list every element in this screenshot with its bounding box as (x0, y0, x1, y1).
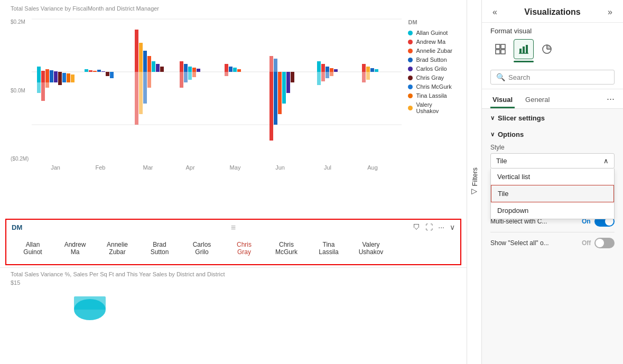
svg-rect-49 (269, 72, 273, 141)
slicer-box: ≡ DM ⛉ ⛶ ··· ∨ Allan Guinot Andrew Ma An… (5, 219, 461, 265)
svg-rect-18 (89, 70, 92, 72)
chart-svg: Jan Feb Mar Apr May Jun Jul Aug (32, 14, 402, 199)
slicer-item-1[interactable]: Andrew Ma (54, 239, 96, 258)
svg-rect-57 (317, 61, 321, 72)
legend-dot-8 (408, 106, 413, 110)
tab-general[interactable]: General (523, 92, 552, 108)
format-grid-btn[interactable] (490, 39, 510, 59)
slicer-item-3[interactable]: Brad Sutton (138, 239, 181, 258)
dropdown-option-tile[interactable]: Tile (491, 185, 614, 202)
slicer-item-line1-8: Valery (362, 241, 379, 248)
dropdown-option-dropdown[interactable]: Dropdown (491, 202, 614, 219)
bottom-chart: Total Sales Variance %, Sales Per Sq Ft … (0, 267, 467, 331)
slicer-item-line1-7: Tina (323, 241, 335, 248)
slicer-item-2[interactable]: Annelie Zubar (96, 239, 138, 258)
slicer-item-line1-6: Chris (279, 241, 294, 248)
slicer-grip-icon: ≡ (231, 223, 236, 232)
svg-rect-52 (282, 72, 286, 104)
legend-label-4: Carlos Grilo (416, 66, 447, 72)
expand-right-btn[interactable]: » (606, 6, 615, 18)
format-analytics-btn[interactable] (537, 39, 557, 59)
slicer-item-6[interactable]: Chris McGurk (265, 239, 308, 258)
slicer-item-line2-4: Grilo (195, 248, 208, 256)
legend-dot-5 (408, 76, 413, 80)
filters-label: ◁ Filters (470, 167, 479, 197)
svg-rect-21 (101, 71, 105, 72)
svg-rect-30 (160, 67, 164, 72)
slicer-item-0[interactable]: Allan Guinot (12, 239, 54, 258)
svg-rect-45 (229, 67, 233, 72)
svg-rect-15 (50, 72, 53, 82)
svg-rect-16 (58, 72, 62, 80)
svg-rect-46 (233, 68, 237, 72)
options-label: Options (498, 130, 524, 138)
legend-label-8: Valery Ushakov (416, 101, 456, 114)
bottom-chart-value: $15 (11, 279, 456, 286)
legend-dot-7 (408, 94, 413, 98)
show-select-all-label: Show "Select all" o... (490, 239, 549, 247)
svg-rect-17 (85, 69, 88, 72)
tabs-more-btn[interactable]: ··· (607, 94, 615, 108)
svg-rect-12 (37, 72, 41, 93)
svg-rect-69 (375, 69, 378, 72)
search-input[interactable] (508, 73, 609, 81)
svg-rect-39 (197, 69, 200, 72)
legend-item-3: Brad Sutton (408, 57, 456, 63)
legend-item-6: Chris McGurk (408, 83, 456, 90)
svg-rect-33 (143, 72, 147, 104)
show-select-all-toggle[interactable]: Off (582, 238, 615, 248)
svg-rect-14 (45, 72, 49, 88)
slicer-item-5[interactable]: Chris Gray (223, 239, 265, 258)
main-content: Total Sales Variance by FiscalMonth and … (0, 0, 467, 364)
search-box[interactable]: 🔍 (490, 70, 615, 85)
style-dropdown-btn[interactable]: Tile ∧ (490, 153, 615, 169)
slicer-settings-header[interactable]: ∨ Slicer settings (482, 109, 623, 127)
viz-panel-title: Visualizations (524, 7, 580, 17)
svg-rect-11 (71, 74, 75, 82)
slicer-item-7[interactable]: Tina Lassila (308, 239, 350, 258)
dropdown-option-vertical[interactable]: Vertical list (491, 169, 614, 185)
svg-rect-36 (184, 64, 188, 72)
svg-rect-41 (184, 72, 188, 82)
svg-rect-56 (274, 59, 277, 72)
svg-rect-61 (334, 69, 338, 72)
svg-rect-85 (501, 50, 505, 54)
slicer-more-icon[interactable]: ··· (438, 223, 444, 231)
legend-dot-6 (408, 85, 413, 89)
format-barchart-btn[interactable] (514, 39, 534, 59)
svg-rect-66 (362, 64, 366, 72)
slicer-item-8[interactable]: Valery Ushakov (350, 239, 392, 258)
legend-item-0: Allan Guinot (408, 30, 456, 36)
svg-rect-50 (274, 72, 277, 125)
show-select-all-row: Show "Select all" o... Off (482, 232, 623, 254)
chart-legend: DM Allan Guinot Andrew Ma Annelie Zubar … (402, 14, 456, 199)
slicer-item-line1-2: Annelie (107, 241, 128, 248)
svg-text:Mar: Mar (143, 164, 153, 171)
slicer-item-line1-4: Carlos (193, 241, 211, 248)
svg-rect-51 (278, 72, 282, 114)
tab-visual[interactable]: Visual (490, 92, 515, 108)
svg-rect-40 (180, 72, 183, 88)
slicer-filter-icon[interactable]: ⛉ (413, 223, 420, 231)
format-visual-section: Format visual (482, 23, 623, 66)
options-header[interactable]: ∨ Options (482, 127, 623, 142)
filters-panel[interactable]: ◁ Filters (467, 0, 481, 364)
svg-rect-27 (147, 56, 151, 72)
right-panel: « Visualizations » Format visual (481, 0, 623, 364)
style-dropdown-menu: Vertical list Tile Dropdown (490, 169, 615, 219)
svg-rect-59 (326, 67, 329, 72)
tabs-row: Visual General ··· (482, 89, 623, 109)
slicer-expand-icon[interactable]: ⛶ (425, 223, 433, 231)
slicer-item-4[interactable]: Carlos Grilo (181, 239, 223, 258)
show-select-all-switch[interactable] (594, 238, 615, 248)
slicer-item-line2-2: Zubar (109, 248, 125, 256)
svg-rect-60 (330, 68, 333, 72)
slicer-chevron-icon[interactable]: ∨ (450, 223, 455, 231)
collapse-left-btn[interactable]: « (490, 6, 499, 18)
slicer-settings-label: Slicer settings (498, 114, 545, 122)
format-icons-row (490, 39, 615, 59)
search-container: 🔍 (482, 66, 623, 89)
svg-text:Feb: Feb (96, 164, 106, 171)
svg-rect-25 (139, 43, 143, 72)
chevron-up-icon: ∧ (603, 157, 609, 165)
